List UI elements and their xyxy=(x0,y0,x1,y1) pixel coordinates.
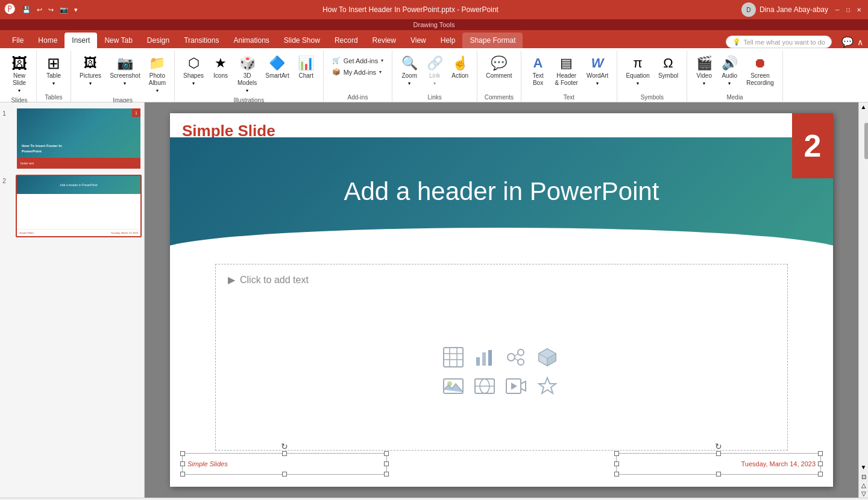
title-bar: 🅟 💾 ↩ ↪ 📷 ▾ How To Insert Header In Powe… xyxy=(0,0,868,19)
resize-handle-br[interactable] xyxy=(384,472,389,477)
tab-shape-format[interactable]: Shape Format xyxy=(462,33,523,48)
photo-album-button[interactable]: 📁 PhotoAlbum ▾ xyxy=(145,53,169,96)
resize-handle-r-bl[interactable] xyxy=(614,472,619,477)
header-footer-button[interactable]: ▤ Header& Footer xyxy=(552,53,582,89)
zoom-fit-button[interactable]: ⊡ xyxy=(860,472,868,481)
resize-handle-r-tl[interactable] xyxy=(614,451,619,456)
tab-animations[interactable]: Animations xyxy=(226,33,276,48)
audio-button[interactable]: 🔊 Audio ▾ xyxy=(717,53,741,89)
ribbon-collapse-icon[interactable] xyxy=(783,51,793,102)
equation-button[interactable]: π Equation ▾ xyxy=(622,53,653,89)
tab-view[interactable]: View xyxy=(403,33,433,48)
scroll-down-button[interactable]: ▼ xyxy=(860,463,868,471)
my-addins-arrow: ▾ xyxy=(379,69,382,75)
resize-handle-bl[interactable] xyxy=(180,472,185,477)
svg-line-11 xyxy=(515,354,518,356)
screenshot-button[interactable]: 📷 Screenshot ▾ xyxy=(106,53,144,89)
resize-handle-mr[interactable] xyxy=(384,461,389,466)
screen-recording-label: ScreenRecording xyxy=(746,72,774,87)
action-icon: ☝ xyxy=(452,55,468,71)
resize-handle-tc[interactable] xyxy=(282,451,287,456)
action-button[interactable]: ☝ Action xyxy=(448,53,472,82)
screen-recording-button[interactable]: ⏺ ScreenRecording xyxy=(743,53,778,89)
chart-button[interactable]: 📊 Chart xyxy=(294,53,318,82)
close-button[interactable]: ✕ xyxy=(855,5,863,14)
insert-icon-icon[interactable] xyxy=(535,374,559,398)
rotate-handle-right[interactable]: ↻ xyxy=(715,442,722,451)
save-button[interactable]: 💾 xyxy=(20,5,33,15)
slide-thumb-2[interactable]: 2 Simple Slide 2 Add a header in PowerPo… xyxy=(2,175,142,237)
page-up-button[interactable]: △ xyxy=(860,481,868,489)
video-button[interactable]: 🎬 Video ▾ xyxy=(692,53,716,89)
smartart-button[interactable]: 🔷 SmartArt xyxy=(262,53,292,82)
tab-home[interactable]: Home xyxy=(31,33,64,48)
footer-right-placeholder[interactable]: ↻ Tuesday, March 14, 2023 xyxy=(616,453,821,475)
content-placeholder[interactable]: ▶ Click to add text xyxy=(215,264,788,451)
get-addins-button[interactable]: 🛒 Get Add-ins ▾ xyxy=(329,55,387,66)
comment-button[interactable]: 💬 Comment xyxy=(482,53,515,82)
shapes-button[interactable]: ⬡ Shapes ▾ xyxy=(180,53,207,89)
screenshot-quick-button[interactable]: 📷 xyxy=(58,5,70,15)
maximize-button[interactable]: □ xyxy=(844,5,852,14)
insert-video-icon[interactable] xyxy=(504,374,528,398)
resize-handle-tr[interactable] xyxy=(384,451,389,456)
page-down-button[interactable]: ▽ xyxy=(860,489,868,498)
wordart-button[interactable]: W WordArt ▾ xyxy=(583,53,612,89)
3d-models-button[interactable]: 🎲 3DModels ▾ xyxy=(234,53,260,96)
tab-design[interactable]: Design xyxy=(140,33,177,48)
my-addins-label: My Add-ins xyxy=(344,69,376,76)
screenshot-icon: 📷 xyxy=(117,55,133,71)
slide-img-1[interactable]: 1 How To Insert Footer InPowerPoint foot… xyxy=(16,107,142,170)
tell-me-input[interactable]: 💡 Tell me what you want to do xyxy=(726,36,832,48)
slide-img-2[interactable]: Simple Slide 2 Add a header in PowerPoin… xyxy=(16,175,142,237)
resize-handle-r-tc[interactable] xyxy=(716,451,721,456)
tab-help[interactable]: Help xyxy=(433,33,463,48)
resize-handle-r-mr[interactable] xyxy=(818,461,823,466)
insert-chart-icon[interactable] xyxy=(473,345,497,369)
icons-button[interactable]: ★ Icons xyxy=(209,53,233,82)
insert-smartart-icon[interactable] xyxy=(504,345,528,369)
tab-slideshow[interactable]: Slide Show xyxy=(277,33,327,48)
symbol-button[interactable]: Ω Symbol xyxy=(655,53,682,82)
resize-handle-ml[interactable] xyxy=(180,461,185,466)
new-slide-button[interactable]: 🖼 NewSlide ▾ xyxy=(7,53,31,96)
resize-handle-r-br[interactable] xyxy=(818,472,823,477)
my-addins-button[interactable]: 📦 My Add-ins ▾ xyxy=(329,67,387,77)
resize-handle-r-bc[interactable] xyxy=(716,472,721,477)
redo-button[interactable]: ↪ xyxy=(46,5,55,15)
new-slide-icon: 🖼 xyxy=(11,55,27,71)
pictures-button[interactable]: 🖼 Pictures ▾ xyxy=(76,53,105,89)
footer-left-placeholder[interactable]: ↻ Simple Slides xyxy=(182,453,387,475)
minimize-button[interactable]: ─ xyxy=(833,5,841,14)
tab-insert[interactable]: Insert xyxy=(64,33,97,48)
slide1-footer-text: footer text xyxy=(20,161,34,165)
tab-file[interactable]: File xyxy=(5,33,31,48)
ribbon-group-illustrations: ⬡ Shapes ▾ ★ Icons 🎲 3DModels ▾ 🔷 SmartA… xyxy=(175,51,324,102)
table-button[interactable]: ⊞ Table ▾ xyxy=(42,53,66,89)
scroll-thumb[interactable] xyxy=(864,123,869,159)
insert-online-pic-icon[interactable] xyxy=(473,374,497,398)
insert-picture-icon[interactable] xyxy=(441,374,465,398)
collapse-ribbon-icon[interactable]: ∧ xyxy=(857,37,863,47)
resize-handle-r-tr[interactable] xyxy=(818,451,823,456)
undo-button[interactable]: ↩ xyxy=(35,5,44,15)
tab-record[interactable]: Record xyxy=(327,33,365,48)
tab-new[interactable]: New Tab xyxy=(97,33,139,48)
resize-handle-tl[interactable] xyxy=(180,451,185,456)
tab-review[interactable]: Review xyxy=(365,33,403,48)
insert-table-icon[interactable] xyxy=(441,345,465,369)
tab-transitions[interactable]: Transitions xyxy=(177,33,226,48)
customize-button[interactable]: ▾ xyxy=(72,5,80,15)
textbox-button[interactable]: A TextBox xyxy=(526,53,550,89)
slide-canvas[interactable]: Simple Slide 2 Add a header in PowerPoin… xyxy=(170,113,833,487)
slide-thumb-1[interactable]: 1 1 How To Insert Footer InPowerPoint fo… xyxy=(2,107,142,170)
rotate-handle-left[interactable]: ↻ xyxy=(281,442,288,451)
audio-arrow: ▾ xyxy=(728,81,731,86)
vertical-scrollbar[interactable]: ▲ ▼ ⊡ △ ▽ xyxy=(858,102,868,498)
scroll-up-button[interactable]: ▲ xyxy=(860,102,868,111)
insert-3d-icon[interactable] xyxy=(535,345,559,369)
resize-handle-r-ml[interactable] xyxy=(614,461,619,466)
zoom-button[interactable]: 🔍 Zoom ▾ xyxy=(397,53,421,89)
comments-icon[interactable]: 💬 xyxy=(841,36,854,48)
resize-handle-bc[interactable] xyxy=(282,472,287,477)
